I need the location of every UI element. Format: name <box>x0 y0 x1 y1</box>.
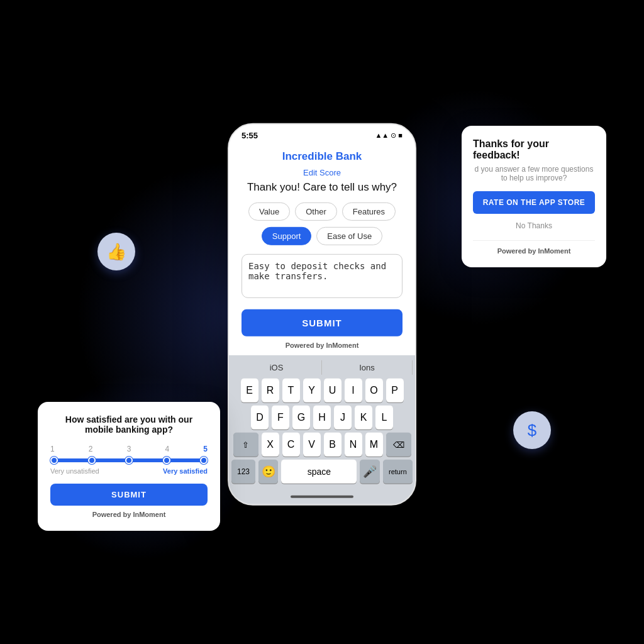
survey-question: Thank you! Care to tell us why? <box>242 181 402 194</box>
no-thanks-link[interactable]: No Thanks <box>473 221 595 230</box>
key-backspace[interactable]: ⌫ <box>386 433 411 457</box>
key-n[interactable]: N <box>345 433 362 457</box>
key-m[interactable]: M <box>365 433 383 457</box>
key-return[interactable]: return <box>383 460 413 484</box>
keyboard-row4: 123 🙂 space 🎤 return <box>231 460 413 484</box>
label-right: Very satisfied <box>163 467 208 475</box>
rating-labels: Very unsatisfied Very satisfied <box>50 467 208 475</box>
key-shift[interactable]: ⇧ <box>233 433 258 457</box>
rating-2[interactable]: 2 <box>89 445 93 453</box>
slider-dots <box>50 457 208 464</box>
key-b[interactable]: B <box>324 433 341 457</box>
tag-buttons-row1: Value Other Features <box>242 203 402 221</box>
slider-dot-3 <box>125 457 133 464</box>
key-i[interactable]: I <box>345 379 362 402</box>
tag-ease-of-use[interactable]: Ease of Use <box>316 227 382 245</box>
keyboard-row2: D F G H J K L <box>231 406 413 430</box>
key-v[interactable]: V <box>303 433 321 457</box>
key-y[interactable]: Y <box>303 379 321 402</box>
slider-dot-1 <box>50 457 58 464</box>
tag-other[interactable]: Other <box>295 203 337 221</box>
key-emoji[interactable]: 🙂 <box>258 460 278 484</box>
satisfaction-powered-by: Powered by InMoment <box>50 511 208 518</box>
satisfaction-card: How satisfied are you with our mobile ba… <box>38 402 220 531</box>
slider-dot-2 <box>88 457 96 464</box>
keyboard-suggestions: iOS Ions <box>231 360 413 375</box>
tag-buttons-row2: Support Ease of Use <box>242 227 402 245</box>
label-left: Very unsatisfied <box>50 467 99 475</box>
thumbs-up-icon: 👍 <box>97 233 135 270</box>
key-c[interactable]: C <box>282 433 300 457</box>
edit-score-link[interactable]: Edit Score <box>242 168 402 177</box>
feedback-textarea[interactable]: Easy to deposit checks and make transfer… <box>242 254 402 298</box>
key-r[interactable]: R <box>262 379 279 402</box>
key-t[interactable]: T <box>282 379 300 402</box>
key-h[interactable]: H <box>313 406 331 430</box>
phone-time: 5:55 <box>242 131 258 140</box>
rating-slider-track[interactable] <box>50 458 208 462</box>
key-d[interactable]: D <box>251 406 269 430</box>
satisfaction-question: How satisfied are you with our mobile ba… <box>50 414 208 435</box>
key-space[interactable]: space <box>281 460 357 484</box>
rating-1[interactable]: 1 <box>50 445 55 453</box>
rating-4[interactable]: 4 <box>165 445 169 453</box>
key-g[interactable]: G <box>292 406 310 430</box>
key-x[interactable]: X <box>262 433 279 457</box>
phone: 5:55 ▲▲ ⊙ ■ Incredible Bank Edit Score T… <box>228 123 416 506</box>
appstore-powered-by: Powered by InMoment <box>473 247 595 255</box>
bank-title: Incredible Bank <box>242 150 402 163</box>
keyboard-row1: E R T Y U I O P <box>231 379 413 402</box>
key-123[interactable]: 123 <box>231 460 255 484</box>
phone-container: 5:55 ▲▲ ⊙ ■ Incredible Bank Edit Score T… <box>228 123 416 506</box>
suggestion-1[interactable]: iOS <box>231 360 321 375</box>
key-j[interactable]: J <box>334 406 352 430</box>
key-o[interactable]: O <box>365 379 383 402</box>
rating-numbers: 1 2 3 4 5 <box>50 445 208 453</box>
suggestion-2[interactable]: Ions <box>321 360 413 375</box>
appstore-heading: Thanks for your feedback! <box>473 138 595 161</box>
rate-appstore-button[interactable]: RATE ON THE APP STORE <box>473 191 595 214</box>
tag-features[interactable]: Features <box>342 203 396 221</box>
key-u[interactable]: U <box>324 379 341 402</box>
key-mic[interactable]: 🎤 <box>360 460 379 484</box>
slider-dot-4 <box>163 457 170 464</box>
phone-powered-by: Powered by InMoment <box>242 341 402 349</box>
phone-status-bar: 5:55 ▲▲ ⊙ ■ <box>229 125 415 144</box>
slider-dot-5 <box>200 457 208 464</box>
rating-5[interactable]: 5 <box>203 445 208 453</box>
phone-submit-button[interactable]: SUBMIT <box>242 309 402 336</box>
key-k[interactable]: K <box>355 406 372 430</box>
key-p[interactable]: P <box>386 379 404 402</box>
dollar-icon: $ <box>513 411 551 449</box>
phone-screen-content: Incredible Bank Edit Score Thank you! Ca… <box>229 144 415 349</box>
key-l[interactable]: L <box>375 406 393 430</box>
phone-status-icons: ▲▲ ⊙ ■ <box>375 131 402 140</box>
key-f[interactable]: F <box>272 406 289 430</box>
satisfaction-submit-button[interactable]: SUBMIT <box>50 484 208 506</box>
keyboard-row3: ⇧ X C V B N M ⌫ <box>231 433 413 457</box>
tag-support[interactable]: Support <box>262 227 312 245</box>
appstore-description: d you answer a few more questions to hel… <box>473 165 595 182</box>
tag-value[interactable]: Value <box>248 203 290 221</box>
card-divider <box>473 240 595 241</box>
key-e[interactable]: E <box>241 379 258 402</box>
rating-3[interactable]: 3 <box>127 445 131 453</box>
phone-keyboard: iOS Ions E R T Y U I O P D F G H J K L <box>229 355 415 504</box>
appstore-card: Thanks for your feedback! d you answer a… <box>462 126 606 267</box>
